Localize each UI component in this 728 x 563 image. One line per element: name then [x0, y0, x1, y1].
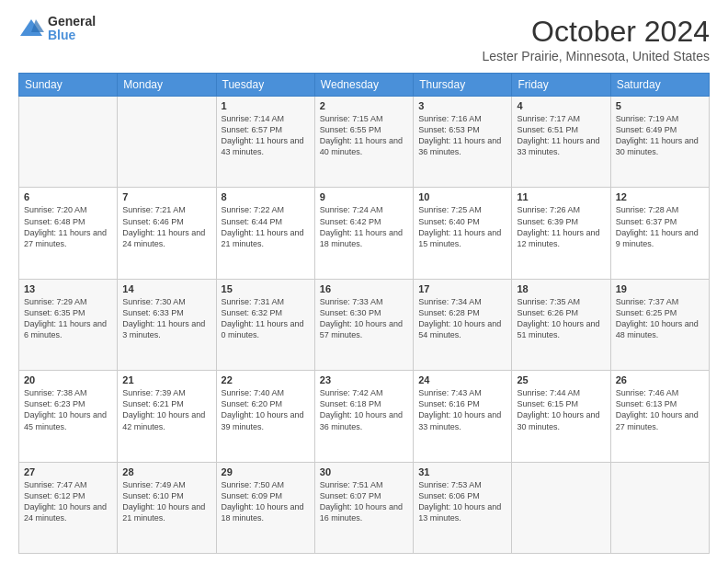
cell-info: Sunrise: 7:15 AM Sunset: 6:55 PM Dayligh… — [320, 113, 408, 158]
cell-1-2: 8Sunrise: 7:22 AM Sunset: 6:44 PM Daylig… — [216, 188, 314, 279]
col-sunday: Sunday — [19, 74, 118, 97]
cell-info: Sunrise: 7:17 AM Sunset: 6:51 PM Dayligh… — [517, 113, 605, 158]
day-number: 4 — [517, 100, 605, 111]
day-number: 20 — [24, 374, 112, 385]
day-number: 16 — [320, 283, 408, 294]
cell-info: Sunrise: 7:53 AM Sunset: 6:06 PM Dayligh… — [418, 479, 506, 524]
cell-1-0: 6Sunrise: 7:20 AM Sunset: 6:48 PM Daylig… — [19, 188, 118, 279]
day-number: 21 — [122, 374, 210, 385]
cell-3-6: 26Sunrise: 7:46 AM Sunset: 6:13 PM Dayli… — [610, 371, 709, 462]
cell-info: Sunrise: 7:30 AM Sunset: 6:33 PM Dayligh… — [122, 296, 210, 341]
cell-0-2: 1Sunrise: 7:14 AM Sunset: 6:57 PM Daylig… — [216, 97, 314, 188]
day-number: 26 — [616, 374, 704, 385]
cell-info: Sunrise: 7:39 AM Sunset: 6:21 PM Dayligh… — [122, 387, 210, 432]
cell-2-4: 17Sunrise: 7:34 AM Sunset: 6:28 PM Dayli… — [414, 279, 512, 370]
cell-3-4: 24Sunrise: 7:43 AM Sunset: 6:16 PM Dayli… — [414, 371, 512, 462]
cell-0-6: 5Sunrise: 7:19 AM Sunset: 6:49 PM Daylig… — [610, 97, 709, 188]
cell-info: Sunrise: 7:26 AM Sunset: 6:39 PM Dayligh… — [517, 204, 605, 249]
day-number: 3 — [418, 100, 506, 111]
day-number: 8 — [222, 191, 310, 202]
logo-icon — [18, 16, 44, 41]
title-block: October 2024 Lester Prairie, Minnesota, … — [483, 15, 710, 63]
col-monday: Monday — [118, 74, 216, 97]
cell-info: Sunrise: 7:50 AM Sunset: 6:09 PM Dayligh… — [222, 479, 310, 524]
cell-0-1 — [118, 97, 216, 188]
cell-info: Sunrise: 7:44 AM Sunset: 6:15 PM Dayligh… — [517, 387, 605, 432]
header: General Blue October 2024 Lester Prairie… — [18, 15, 710, 63]
cell-info: Sunrise: 7:38 AM Sunset: 6:23 PM Dayligh… — [24, 387, 112, 432]
day-number: 12 — [616, 191, 704, 202]
cell-info: Sunrise: 7:37 AM Sunset: 6:25 PM Dayligh… — [616, 296, 704, 341]
cell-2-0: 13Sunrise: 7:29 AM Sunset: 6:35 PM Dayli… — [19, 279, 118, 370]
day-number: 19 — [616, 283, 704, 294]
day-number: 1 — [222, 100, 310, 111]
cell-info: Sunrise: 7:29 AM Sunset: 6:35 PM Dayligh… — [24, 296, 112, 341]
day-number: 17 — [418, 283, 506, 294]
cell-0-0 — [19, 97, 118, 188]
logo-general: General — [48, 15, 96, 29]
cell-1-1: 7Sunrise: 7:21 AM Sunset: 6:46 PM Daylig… — [118, 188, 216, 279]
cell-info: Sunrise: 7:28 AM Sunset: 6:37 PM Dayligh… — [616, 204, 704, 249]
week-row-1: 1Sunrise: 7:14 AM Sunset: 6:57 PM Daylig… — [19, 97, 710, 188]
col-saturday: Saturday — [610, 74, 709, 97]
cell-2-5: 18Sunrise: 7:35 AM Sunset: 6:26 PM Dayli… — [512, 279, 610, 370]
cell-4-1: 28Sunrise: 7:49 AM Sunset: 6:10 PM Dayli… — [118, 462, 216, 553]
day-number: 15 — [222, 283, 310, 294]
logo-blue: Blue — [48, 29, 96, 42]
cell-3-0: 20Sunrise: 7:38 AM Sunset: 6:23 PM Dayli… — [19, 371, 118, 462]
cell-4-0: 27Sunrise: 7:47 AM Sunset: 6:12 PM Dayli… — [19, 462, 118, 553]
col-friday: Friday — [512, 74, 610, 97]
cell-2-2: 15Sunrise: 7:31 AM Sunset: 6:32 PM Dayli… — [216, 279, 314, 370]
cell-2-1: 14Sunrise: 7:30 AM Sunset: 6:33 PM Dayli… — [118, 279, 216, 370]
day-number: 30 — [320, 466, 408, 477]
cell-0-4: 3Sunrise: 7:16 AM Sunset: 6:53 PM Daylig… — [414, 97, 512, 188]
cell-info: Sunrise: 7:46 AM Sunset: 6:13 PM Dayligh… — [616, 387, 704, 432]
week-row-2: 6Sunrise: 7:20 AM Sunset: 6:48 PM Daylig… — [19, 188, 710, 279]
cell-3-3: 23Sunrise: 7:42 AM Sunset: 6:18 PM Dayli… — [314, 371, 413, 462]
day-number: 5 — [616, 100, 704, 111]
cell-0-5: 4Sunrise: 7:17 AM Sunset: 6:51 PM Daylig… — [512, 97, 610, 188]
week-row-5: 27Sunrise: 7:47 AM Sunset: 6:12 PM Dayli… — [19, 462, 710, 553]
cell-0-3: 2Sunrise: 7:15 AM Sunset: 6:55 PM Daylig… — [314, 97, 413, 188]
location: Lester Prairie, Minnesota, United States — [483, 49, 710, 63]
col-tuesday: Tuesday — [216, 74, 314, 97]
cell-1-3: 9Sunrise: 7:24 AM Sunset: 6:42 PM Daylig… — [314, 188, 413, 279]
day-number: 31 — [418, 466, 506, 477]
cell-info: Sunrise: 7:47 AM Sunset: 6:12 PM Dayligh… — [24, 479, 112, 524]
calendar-table: Sunday Monday Tuesday Wednesday Thursday… — [18, 73, 710, 554]
cell-4-3: 30Sunrise: 7:51 AM Sunset: 6:07 PM Dayli… — [314, 462, 413, 553]
col-thursday: Thursday — [414, 74, 512, 97]
cell-4-5 — [512, 462, 610, 553]
cell-info: Sunrise: 7:21 AM Sunset: 6:46 PM Dayligh… — [122, 204, 210, 249]
day-number: 18 — [517, 283, 605, 294]
day-number: 14 — [122, 283, 210, 294]
cell-4-2: 29Sunrise: 7:50 AM Sunset: 6:09 PM Dayli… — [216, 462, 314, 553]
day-number: 24 — [418, 374, 506, 385]
cell-info: Sunrise: 7:16 AM Sunset: 6:53 PM Dayligh… — [418, 113, 506, 158]
logo: General Blue — [18, 15, 96, 43]
week-row-3: 13Sunrise: 7:29 AM Sunset: 6:35 PM Dayli… — [19, 279, 710, 370]
day-number: 2 — [320, 100, 408, 111]
day-number: 28 — [122, 466, 210, 477]
cell-info: Sunrise: 7:20 AM Sunset: 6:48 PM Dayligh… — [24, 204, 112, 249]
col-wednesday: Wednesday — [314, 74, 413, 97]
cell-info: Sunrise: 7:49 AM Sunset: 6:10 PM Dayligh… — [122, 479, 210, 524]
cell-1-5: 11Sunrise: 7:26 AM Sunset: 6:39 PM Dayli… — [512, 188, 610, 279]
cell-info: Sunrise: 7:43 AM Sunset: 6:16 PM Dayligh… — [418, 387, 506, 432]
cell-3-1: 21Sunrise: 7:39 AM Sunset: 6:21 PM Dayli… — [118, 371, 216, 462]
cell-info: Sunrise: 7:24 AM Sunset: 6:42 PM Dayligh… — [320, 204, 408, 249]
page: General Blue October 2024 Lester Prairie… — [0, 0, 728, 563]
day-number: 10 — [418, 191, 506, 202]
cell-4-4: 31Sunrise: 7:53 AM Sunset: 6:06 PM Dayli… — [414, 462, 512, 553]
cell-info: Sunrise: 7:33 AM Sunset: 6:30 PM Dayligh… — [320, 296, 408, 341]
cell-1-4: 10Sunrise: 7:25 AM Sunset: 6:40 PM Dayli… — [414, 188, 512, 279]
day-number: 25 — [517, 374, 605, 385]
cell-info: Sunrise: 7:34 AM Sunset: 6:28 PM Dayligh… — [418, 296, 506, 341]
cell-info: Sunrise: 7:22 AM Sunset: 6:44 PM Dayligh… — [222, 204, 310, 249]
cell-1-6: 12Sunrise: 7:28 AM Sunset: 6:37 PM Dayli… — [610, 188, 709, 279]
header-row: Sunday Monday Tuesday Wednesday Thursday… — [19, 74, 710, 97]
cell-info: Sunrise: 7:19 AM Sunset: 6:49 PM Dayligh… — [616, 113, 704, 158]
day-number: 7 — [122, 191, 210, 202]
cell-info: Sunrise: 7:42 AM Sunset: 6:18 PM Dayligh… — [320, 387, 408, 432]
day-number: 13 — [24, 283, 112, 294]
